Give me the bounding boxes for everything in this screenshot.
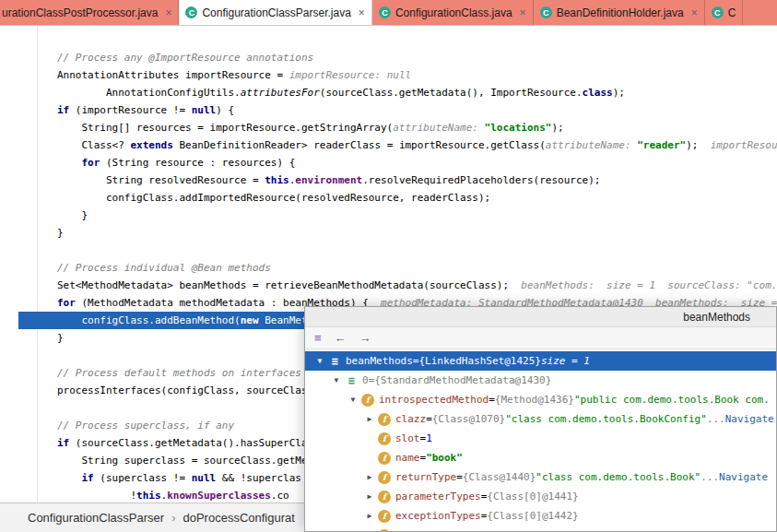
- variable-row[interactable]: ▶fexceptionTypes = {Class[0]@1442}: [305, 506, 776, 526]
- chevron-down-icon[interactable]: ▼: [329, 376, 344, 384]
- chevron-down-icon[interactable]: ▼: [346, 396, 360, 404]
- inline-debug-hint: attributeName:: [393, 122, 484, 134]
- code-line: String[] resources = importResource.getS…: [0, 119, 777, 136]
- watch-icon: ≡: [328, 355, 341, 368]
- value-text: =: [481, 491, 488, 502]
- value-text: {Class@1070}: [432, 413, 505, 425]
- back-icon[interactable]: ←: [335, 332, 347, 344]
- navigate-link[interactable]: Navigate: [725, 413, 774, 425]
- code-line: Class<? extends BeanDefinitionReader> re…: [0, 136, 777, 154]
- tab-label: BeanDefinitionHolder.java: [557, 6, 684, 19]
- value-text: {Class@1440}: [463, 471, 536, 483]
- inline-debug-hint: importResource: null: [289, 69, 411, 81]
- code-line: configClass.addImportedResource(resolved…: [0, 189, 777, 207]
- popup-title-bar: beanMethods: [305, 307, 776, 327]
- code-token: if: [57, 104, 69, 116]
- code-line: }: [0, 207, 777, 224]
- code-token: String superclass = sourceClass.getMe: [57, 455, 308, 467]
- code-token: "locations": [485, 122, 552, 134]
- code-line: Set<MethodMetadata> beanMethods = retrie…: [0, 277, 777, 294]
- code-token: !: [57, 490, 136, 502]
- chevron-right-icon[interactable]: ▶: [362, 415, 377, 423]
- variables-tree[interactable]: ▼≡beanMethods = {LinkedHashSet@1425} siz…: [305, 349, 776, 531]
- navigate-link[interactable]: Navigate: [719, 471, 768, 483]
- code-token: attributesFor: [241, 87, 320, 99]
- code-token: configClass.addImportedResource(resolved…: [57, 192, 490, 204]
- code-token: Set<MethodMetadata> beanMethods = retrie…: [57, 279, 521, 291]
- tab-label: urationClassPostProcessor.java: [2, 6, 158, 19]
- breadcrumb-method[interactable]: doProcessConfigurat: [182, 511, 294, 525]
- value-text: 1: [426, 432, 432, 444]
- code-token: (sourceClass.getMetadata().hasSuperCla: [69, 437, 307, 449]
- value-text: "book": [426, 452, 463, 464]
- tab-label: C: [728, 6, 736, 19]
- code-token: configClass.addBeanMethod(: [57, 314, 241, 326]
- value-text: slot: [395, 432, 420, 444]
- value-text: introspectedMethod: [379, 394, 489, 406]
- field-icon: f: [378, 491, 391, 503]
- close-icon[interactable]: ×: [359, 6, 365, 19]
- forward-icon[interactable]: →: [359, 332, 371, 344]
- code-token: (importResource !=: [69, 104, 191, 116]
- value-text: ...: [700, 471, 719, 483]
- field-icon: f: [378, 432, 391, 445]
- editor-tab[interactable]: CConfigurationClass.java×: [372, 0, 534, 25]
- variable-row[interactable]: ▼fintrospectedMethod = {Method@1436} "pu…: [305, 390, 776, 409]
- code-token: BeanDefinitionReader> readerClass = impo…: [173, 139, 546, 151]
- code-token: );: [613, 87, 625, 99]
- code-token: [57, 472, 82, 484]
- variable-row[interactable]: ▶fclazz = {Class@1070} "class com.demo.t…: [305, 409, 776, 429]
- chevron-right-icon[interactable]: ▶: [362, 512, 377, 520]
- code-token: (String resource : resources) {: [100, 157, 295, 169]
- value-text: 1: [456, 529, 463, 531]
- close-icon[interactable]: ×: [691, 6, 698, 19]
- chevron-down-icon[interactable]: ▼: [312, 357, 327, 365]
- field-icon: f: [378, 413, 391, 426]
- editor-tab[interactable]: CConfigurationClassParser.java×: [179, 0, 371, 25]
- view-options-icon[interactable]: ≡: [314, 332, 322, 344]
- value-text: {Class[0]@1442}: [487, 510, 578, 522]
- variable-row[interactable]: ▶freturnType = {Class@1440} "class com.d…: [305, 467, 776, 487]
- field-icon: f: [378, 452, 391, 465]
- code-line: AnnotationAttributes importResource = im…: [0, 66, 777, 84]
- code-token: ) {: [216, 104, 234, 116]
- code-token: if: [82, 472, 94, 484]
- code-token: this: [265, 174, 289, 186]
- variable-row[interactable]: ▼≡0 = {StandardMethodMetadata@1430}: [305, 371, 776, 390]
- breadcrumb-class[interactable]: ConfigurationClassParser: [28, 511, 164, 525]
- value-text: 0: [362, 374, 369, 386]
- close-icon[interactable]: ×: [520, 6, 526, 19]
- field-icon: f: [378, 529, 391, 532]
- variable-row[interactable]: ▶fparameterTypes = {Class[0]@1441}: [305, 487, 776, 506]
- code-token: null: [192, 104, 217, 116]
- variable-row[interactable]: fslot = 1: [305, 429, 776, 448]
- value-text: beanMethods: [346, 355, 413, 367]
- code-token: null: [192, 472, 217, 484]
- value-text: {StandardMethodMetadata@1430}: [374, 374, 551, 386]
- field-icon: f: [361, 394, 374, 407]
- value-text: "public com.demo.tools.Book com.: [574, 394, 770, 406]
- code-token: [57, 157, 82, 169]
- value-text: modifiers: [395, 529, 451, 531]
- close-icon[interactable]: ×: [165, 6, 171, 19]
- code-token: AnnotationConfigUtils.: [57, 87, 241, 99]
- code-line: // Process individual @Bean methods: [0, 259, 777, 277]
- value-text: =: [456, 471, 463, 483]
- inline-debug-hint: beanMethods: size = 1 sourceClass: "com.…: [521, 279, 777, 291]
- editor-tab[interactable]: urationClassPostProcessor.java×: [0, 0, 179, 25]
- code-token: extends: [130, 139, 172, 151]
- chevron-right-icon[interactable]: ▶: [362, 473, 377, 481]
- chevron-right-icon[interactable]: ▶: [362, 492, 377, 501]
- editor-tab[interactable]: CBeanDefinitionHolder.java×: [534, 0, 705, 25]
- value-text: returnType: [395, 471, 456, 483]
- array-icon: ≡: [345, 374, 358, 387]
- variable-row[interactable]: fname = "book": [305, 448, 776, 467]
- code-token: this: [136, 490, 161, 502]
- java-class-icon: C: [712, 6, 724, 18]
- variable-row[interactable]: ▼≡beanMethods = {LinkedHashSet@1425} siz…: [305, 351, 776, 371]
- editor-tab[interactable]: CC: [705, 0, 744, 25]
- field-icon: f: [378, 510, 391, 523]
- code-line: AnnotationConfigUtils.attributesFor(sour…: [0, 84, 777, 101]
- variable-row[interactable]: fmodifiers = 1: [305, 526, 776, 531]
- code-token: );: [551, 122, 563, 134]
